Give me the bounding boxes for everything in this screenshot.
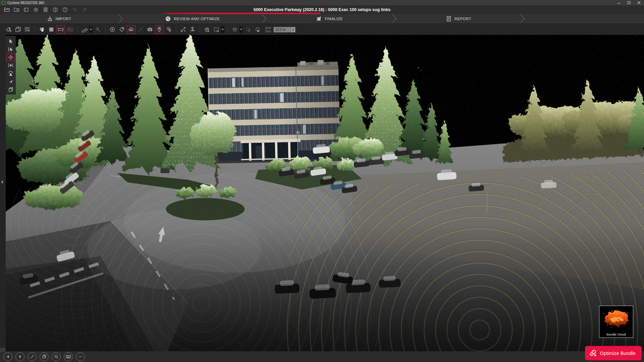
point-cloud-render-icon[interactable] xyxy=(38,25,46,34)
checkbox-icon xyxy=(316,16,322,22)
rect-select-dropdown[interactable] xyxy=(221,26,224,33)
bundle-cloud-thumbnail[interactable]: Bundle Cloud xyxy=(599,306,633,338)
select-tool-icon[interactable] xyxy=(6,37,15,45)
draw-line-button[interactable] xyxy=(28,352,37,361)
point-cloud-scene[interactable] xyxy=(0,35,644,351)
workflow-tabs: IMPORT REVIEW AND OPTIMIZE FINALIZE REPO… xyxy=(0,14,644,24)
previous-button[interactable] xyxy=(3,352,12,361)
tab-report-label: REPORT xyxy=(454,17,471,21)
tab-separator xyxy=(118,14,123,23)
bottom-bar xyxy=(0,351,644,362)
rect-select-icon[interactable] xyxy=(212,25,221,34)
tab-import[interactable]: IMPORT xyxy=(0,14,118,23)
tab-separator xyxy=(262,14,267,23)
qlb-size-stepper[interactable] xyxy=(291,27,296,33)
solid-render-icon[interactable] xyxy=(47,25,56,34)
redo-icon[interactable] xyxy=(81,6,88,13)
measure-dropdown[interactable] xyxy=(89,26,93,33)
open-project-icon[interactable] xyxy=(3,6,10,13)
optimize-bundle-label: Optimize Bundle xyxy=(600,351,636,356)
cloud-view-icon[interactable] xyxy=(127,25,136,34)
optimize-bundle-button[interactable]: Optimize Bundle xyxy=(585,346,642,360)
cloud-filter-icon[interactable] xyxy=(164,25,173,34)
undo-icon[interactable] xyxy=(71,6,78,13)
splitter-corner-tab[interactable] xyxy=(0,348,5,352)
tab-review-and-optimize[interactable]: REVIEW AND OPTIMIZE xyxy=(123,14,262,23)
zoom-region-icon[interactable] xyxy=(23,25,32,34)
settings-gear-icon[interactable] xyxy=(33,6,39,13)
snapshot-icon[interactable] xyxy=(146,25,154,34)
limit-box-dropdown[interactable] xyxy=(239,26,243,33)
cascade-views-icon[interactable] xyxy=(14,25,22,34)
orbit-tool-icon[interactable] xyxy=(6,69,15,77)
multi-view-button[interactable] xyxy=(40,352,49,361)
active-tab-red-indicator xyxy=(159,13,320,14)
import-tray-icon xyxy=(47,16,53,22)
target-icon[interactable] xyxy=(108,25,117,34)
bundle-optimize-icon xyxy=(589,349,597,357)
tab-separator xyxy=(392,14,397,23)
keyboard-button[interactable] xyxy=(64,352,73,361)
bundle-cloud-preview-image xyxy=(599,306,632,330)
view-cube-tool-icon[interactable] xyxy=(6,85,15,93)
pan-tool-icon[interactable] xyxy=(6,53,15,61)
fly-tool-icon[interactable] xyxy=(6,77,15,85)
pivot-tool-icon[interactable] xyxy=(6,61,15,69)
main-area: Bundle Cloud xyxy=(0,35,644,351)
close-button[interactable] xyxy=(634,0,644,5)
qlb-size-control: QLB Size: 10.0 m xyxy=(265,26,296,33)
maximize-button[interactable] xyxy=(624,0,634,5)
panel-collapse-arrow-icon[interactable] xyxy=(1,180,3,184)
tab-finalize-label: FINALIZE xyxy=(325,17,343,21)
measure-icon[interactable] xyxy=(80,25,89,34)
svg-text:M: M xyxy=(257,29,259,33)
limit-box-icon[interactable] xyxy=(230,25,239,34)
navigation-tool-palette xyxy=(6,36,16,95)
qlb-size-input[interactable]: 10.0 m xyxy=(273,27,291,33)
storage-icon[interactable] xyxy=(42,6,49,13)
close-project-icon[interactable] xyxy=(13,6,20,13)
export-project-icon[interactable] xyxy=(4,25,13,34)
project-title: 5000 Executive Parkway (2020.2.18) : 500… xyxy=(0,7,644,12)
left-panel-strip xyxy=(0,35,6,351)
help-icon[interactable] xyxy=(52,6,59,13)
site-navigation-icon[interactable] xyxy=(203,25,211,34)
image-view-icon[interactable] xyxy=(66,25,74,34)
tab-import-label: IMPORT xyxy=(56,17,71,21)
app-logo-icon xyxy=(2,1,5,5)
zoom-button[interactable] xyxy=(52,352,61,361)
limit-box-history-icon[interactable] xyxy=(244,25,253,34)
menu-bar: 5000 Executive Parkway (2020.2.18) : 500… xyxy=(0,5,644,14)
more-options-button[interactable] xyxy=(76,352,85,361)
report-page-icon xyxy=(446,16,452,22)
annotation-tag-icon[interactable] xyxy=(117,25,126,34)
transform-icon[interactable] xyxy=(179,25,187,34)
tab-finalize[interactable]: FINALIZE xyxy=(267,14,392,23)
draw-icon[interactable] xyxy=(136,25,145,34)
point-cloud-ball-icon xyxy=(165,16,171,22)
tab-review-label: REVIEW AND OPTIMIZE xyxy=(174,17,220,21)
pin-view-icon[interactable] xyxy=(155,25,164,34)
select-points-tool-icon[interactable] xyxy=(6,45,15,53)
next-button[interactable] xyxy=(15,352,24,361)
title-bar: Cyclone REGISTER 360 xyxy=(0,0,644,5)
bundle-cloud-label: Bundle Cloud xyxy=(599,331,633,338)
pick-point-icon[interactable] xyxy=(94,25,102,34)
point-cloud-viewport[interactable]: Bundle Cloud xyxy=(0,35,644,351)
main-toolbar: M QLB Size: 10.0 m xyxy=(0,24,644,35)
setup-positions-icon[interactable] xyxy=(188,25,197,34)
about-info-icon[interactable] xyxy=(62,6,68,13)
minimize-button[interactable] xyxy=(614,0,624,5)
tab-report[interactable]: REPORT xyxy=(397,14,520,23)
panorama-view-icon[interactable] xyxy=(56,25,65,34)
import-data-icon[interactable] xyxy=(23,6,30,13)
limit-box-manager-icon[interactable]: M xyxy=(253,25,262,34)
app-title: Cyclone REGISTER 360 xyxy=(7,1,44,5)
tab-separator xyxy=(520,14,525,23)
qlb-size-label: QLB Size: xyxy=(265,26,272,33)
